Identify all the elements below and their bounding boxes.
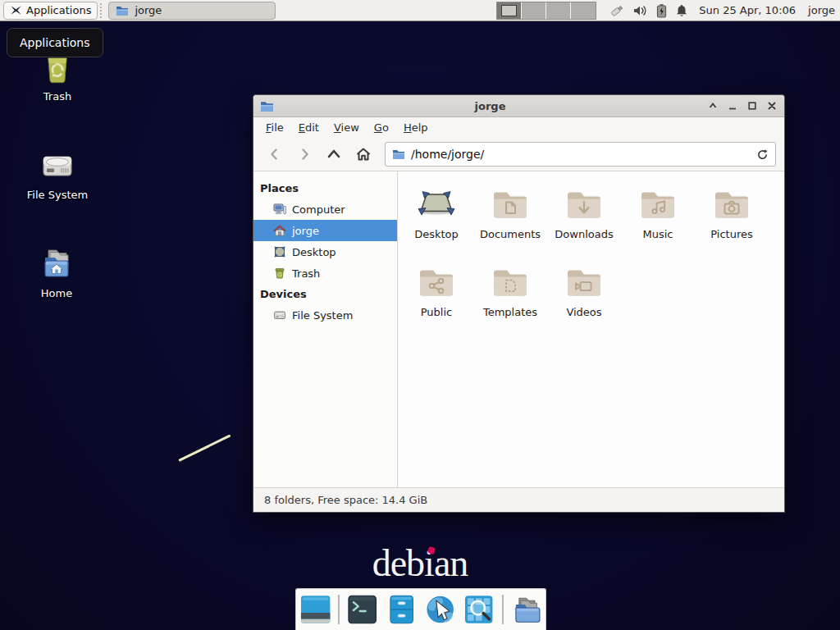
forward-button[interactable] [291,142,317,167]
battery-icon[interactable] [656,3,667,18]
sidebar-item-label: Computer [292,203,345,216]
downloads-folder-icon [564,185,604,224]
desktop-special-icon [417,185,456,224]
file-item-videos[interactable]: Videos [547,262,621,340]
system-tray [609,3,688,18]
hard-drive-icon [273,308,286,322]
videos-folder-icon [564,262,604,302]
menu-go[interactable]: Go [367,119,396,136]
file-manager-icon[interactable] [386,593,418,626]
sidebar-item-label: File System [292,309,353,322]
applications-menu-button[interactable]: Applications [3,2,98,20]
maximize-button[interactable] [746,100,758,112]
pictures-folder-icon [712,185,751,224]
file-item-music[interactable]: Music [621,185,695,262]
desktop-icon-home[interactable]: Home [14,244,99,299]
minimize-button[interactable] [726,100,738,112]
terminal-icon[interactable] [346,593,378,626]
panel-username[interactable]: jorge [808,4,835,16]
shade-button[interactable] [706,100,719,112]
sidebar-item-label: Trash [292,267,320,280]
user-home-icon [273,224,286,237]
debian-logo-text: debian [372,542,468,584]
location-bar[interactable]: /home/jorge/ [385,142,776,167]
workspace-4[interactable] [571,2,596,19]
panel-clock[interactable]: Sun 25 Apr, 10:06 [699,4,796,16]
sidebar-item-desktop[interactable]: Desktop [253,241,397,262]
close-button[interactable] [765,100,778,112]
panel-handle[interactable] [100,3,106,18]
workspace-1[interactable] [497,2,522,19]
file-item-downloads[interactable]: Downloads [547,185,621,262]
desktop-icon [273,245,286,258]
folder-icon [116,5,129,16]
sidebar-header-devices: Devices [253,284,397,304]
file-item-label: Music [643,228,673,240]
public-folder-icon [417,262,456,302]
desktop-icon-label: File System [15,189,100,201]
volume-icon[interactable] [633,4,648,17]
sidebar: Places Computer jorge [253,171,398,487]
titlebar[interactable]: jorge [253,95,784,117]
sidebar-header-places: Places [253,178,397,199]
menu-help[interactable]: Help [396,119,436,136]
desktop-artifact-line [178,434,231,461]
file-item-label: Documents [480,228,541,240]
file-item-desktop[interactable]: Desktop [399,185,473,262]
applications-menu-label: Applications [26,4,91,16]
dock [295,588,546,630]
workspace-switcher[interactable] [496,2,596,20]
removable-media-icon[interactable] [609,3,625,18]
file-grid: Desktop Documents [398,171,784,487]
folder-dock-icon[interactable] [510,593,542,626]
file-item-label: Videos [566,306,601,318]
back-button[interactable] [262,142,288,167]
file-item-documents[interactable]: Documents [473,185,547,262]
computer-icon [273,203,286,216]
menu-view[interactable]: View [326,119,367,136]
menu-file[interactable]: File [258,119,291,136]
debian-wordmark: debian [0,541,840,585]
file-item-label: Templates [483,306,537,318]
sidebar-item-label: Desktop [292,246,336,258]
desktop-icon-file-system[interactable]: File System [15,146,100,201]
path-text[interactable]: /home/jorge/ [411,148,751,161]
taskbar-window-button[interactable]: jorge [108,2,276,20]
window-title: jorge [274,100,706,112]
web-browser-icon[interactable] [424,593,456,626]
application-finder-icon[interactable] [463,593,495,626]
templates-folder-icon [491,262,530,302]
sidebar-item-computer[interactable]: Computer [253,199,397,220]
taskbar-window-label: jorge [135,4,162,16]
desktop-icon-label: Trash [15,90,100,103]
reload-icon[interactable] [756,148,769,161]
show-desktop-icon[interactable] [299,593,331,626]
file-item-templates[interactable]: Templates [473,262,547,340]
dock-separator [338,595,340,624]
workspace-3[interactable] [546,2,571,19]
dock-separator [502,595,504,624]
window-folder-icon [260,100,274,112]
trash-icon [273,267,286,280]
sidebar-item-file-system[interactable]: File System [253,304,397,326]
file-item-label: Pictures [710,228,752,240]
applications-tooltip: Applications [7,28,103,57]
workspace-2[interactable] [522,2,546,19]
top-panel: Applications jorge [0,0,840,21]
music-folder-icon [638,185,678,224]
home-button[interactable] [350,142,377,167]
sidebar-item-label: jorge [292,225,319,237]
file-item-label: Downloads [555,228,613,240]
file-item-pictures[interactable]: Pictures [695,185,769,262]
menu-edit[interactable]: Edit [291,119,326,136]
documents-folder-icon [491,185,530,224]
sidebar-item-trash[interactable]: Trash [253,262,397,284]
file-item-public[interactable]: Public [399,262,473,340]
home-folder-icon [36,244,77,284]
sidebar-item-jorge[interactable]: jorge [253,220,397,241]
up-button[interactable] [321,142,347,167]
statusbar: 8 folders, Free space: 14.4 GiB [253,487,784,512]
file-item-label: Desktop [414,228,459,240]
notifications-bell-icon[interactable] [675,3,688,17]
file-item-label: Public [421,306,452,318]
